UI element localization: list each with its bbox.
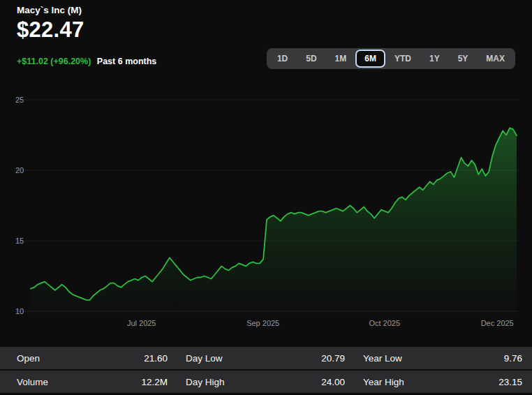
range-button-1m[interactable]: 1M bbox=[326, 50, 356, 68]
stat-year-high: Year High 23.15 bbox=[355, 377, 532, 387]
x-axis-label: Sep 2025 bbox=[246, 319, 279, 327]
x-axis-label: Dec 2025 bbox=[481, 319, 514, 327]
stat-day-low: Day Low 20.79 bbox=[177, 353, 355, 364]
stat-value: 24.00 bbox=[321, 377, 345, 387]
price-change-row: +$11.02 (+96.20%) Past 6 months bbox=[17, 57, 156, 66]
stock-title: Macy`s Inc (M) bbox=[17, 5, 82, 15]
y-axis-label: 10 bbox=[15, 307, 24, 315]
x-axis-label: Jul 2025 bbox=[127, 319, 156, 327]
stat-label: Year High bbox=[363, 377, 404, 387]
stat-label: Volume bbox=[17, 377, 48, 387]
range-button-1y[interactable]: 1Y bbox=[420, 50, 449, 68]
stat-label: Day Low bbox=[186, 353, 223, 364]
current-price: $22.47 bbox=[17, 17, 84, 43]
change-period-label: Past 6 months bbox=[97, 57, 156, 66]
price-chart-svg[interactable]: 25201510Jul 2025Sep 2025Oct 2025Dec 2025 bbox=[0, 84, 532, 329]
stat-label: Day High bbox=[186, 377, 225, 387]
range-button-max[interactable]: MAX bbox=[477, 50, 514, 68]
stats-table: Open 21.60 Day Low 20.79 Year Low 9.76 V… bbox=[0, 347, 532, 394]
stats-row-2: Volume 12.2M Day High 24.00 Year High 23… bbox=[0, 371, 532, 393]
price-chart[interactable]: 25201510Jul 2025Sep 2025Oct 2025Dec 2025 bbox=[0, 84, 532, 329]
range-button-5d[interactable]: 5D bbox=[297, 50, 325, 68]
stat-label: Year Low bbox=[363, 353, 402, 364]
stat-value: 20.79 bbox=[321, 353, 345, 364]
stat-open: Open 21.60 bbox=[0, 353, 177, 364]
y-axis-label: 15 bbox=[15, 237, 24, 245]
stats-row-1: Open 21.60 Day Low 20.79 Year Low 9.76 bbox=[0, 347, 532, 369]
price-change: +$11.02 (+96.20%) bbox=[17, 57, 91, 66]
y-axis-label: 20 bbox=[15, 166, 24, 174]
stat-day-high: Day High 24.00 bbox=[177, 377, 355, 387]
range-selector: 1D5D1M6MYTD1Y5YMAX bbox=[267, 48, 515, 69]
stat-value: 21.60 bbox=[144, 353, 168, 364]
range-button-6m[interactable]: 6M bbox=[355, 50, 385, 68]
stat-volume: Volume 12.2M bbox=[0, 377, 177, 387]
range-button-1d[interactable]: 1D bbox=[268, 50, 297, 68]
range-button-5y[interactable]: 5Y bbox=[449, 50, 478, 68]
stat-value: 12.2M bbox=[141, 377, 168, 387]
stat-value: 23.15 bbox=[498, 377, 522, 387]
range-button-ytd[interactable]: YTD bbox=[385, 50, 420, 68]
y-axis-label: 25 bbox=[15, 96, 24, 104]
x-axis-label: Oct 2025 bbox=[369, 319, 400, 327]
stat-value: 9.76 bbox=[504, 353, 522, 364]
stat-label: Open bbox=[17, 353, 40, 364]
stat-year-low: Year Low 9.76 bbox=[355, 353, 532, 364]
